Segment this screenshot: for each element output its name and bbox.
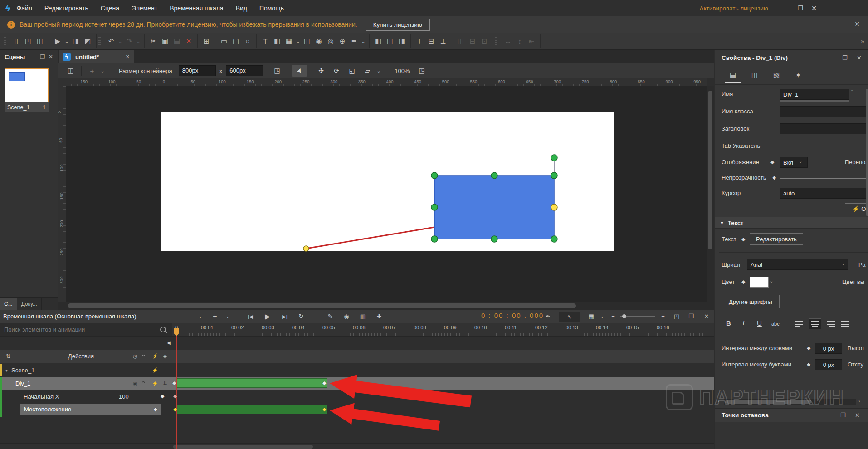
image-icon[interactable]: ▦ <box>283 34 295 48</box>
close-icon[interactable]: ✕ <box>857 54 862 61</box>
menu-2[interactable]: Сцена <box>101 5 119 12</box>
tab-styles-icon[interactable]: ▧ <box>769 69 784 82</box>
package-icon[interactable]: ◩ <box>82 34 93 48</box>
bolt-icon[interactable]: ⚡ <box>151 353 160 359</box>
collapse-icon[interactable]: ▾ <box>5 368 8 373</box>
tab-document[interactable]: Доку... <box>17 298 42 310</box>
record-icon[interactable]: ◉ <box>341 312 352 322</box>
font-select-arrow-icon[interactable]: ⌄ <box>841 261 845 266</box>
panel-scroll-left-icon[interactable]: ‹ <box>718 398 720 404</box>
keyframe-start[interactable]: ◆ <box>173 407 177 412</box>
italic-button[interactable]: I <box>742 319 745 327</box>
skew-tool[interactable]: ▱ <box>360 65 375 77</box>
animation-bar-div[interactable] <box>177 378 327 388</box>
scale-tool[interactable]: ◱ <box>344 65 360 77</box>
menu-4[interactable]: Временная шкала <box>170 5 223 12</box>
keyframe-diamond[interactable]: ◆ <box>161 394 164 399</box>
timeline-search[interactable]: Поиск элементов и анимации <box>0 323 172 337</box>
trial-close-icon[interactable]: ✕ <box>854 20 860 28</box>
track-row-div[interactable]: Div_1 ◉ ⚡ ⇊ ◆ ◆ <box>0 377 714 390</box>
snap-toggle[interactable]: ∿ <box>559 312 580 322</box>
track-row-scene[interactable]: ▾ Scene_1 ⚡ <box>0 364 714 376</box>
align-left-button[interactable] <box>793 318 806 329</box>
color-swatch-arrow-icon[interactable]: ⌄ <box>770 278 773 283</box>
scrollbar-thumb[interactable] <box>725 400 811 404</box>
rotation-handle[interactable] <box>551 155 557 161</box>
filter-animation-icon[interactable]: ▥ <box>357 312 368 322</box>
keyframe-diamond[interactable]: ◆ <box>154 407 157 412</box>
align-left-icon[interactable]: ◧ <box>372 34 384 48</box>
rounded-rectangle-icon[interactable]: ▢ <box>230 34 242 48</box>
motion-path-start-point[interactable] <box>303 246 309 251</box>
preview-arrow-icon[interactable]: ⌄ <box>63 34 70 48</box>
eye-icon[interactable]: ◉ <box>131 381 140 386</box>
rectangle-icon[interactable]: ▭ <box>218 34 230 48</box>
opacity-keyframe-diamond[interactable]: ◆ <box>772 175 776 181</box>
name-input[interactable]: Div_1 <box>780 89 849 100</box>
rotate-tool[interactable]: ⟳ <box>329 65 344 77</box>
new-file-icon[interactable]: ▯ <box>10 34 22 48</box>
align-right-icon[interactable]: ◨ <box>396 34 408 48</box>
align-center-button[interactable] <box>809 318 821 329</box>
scrollbar-thumb[interactable] <box>708 91 712 249</box>
select-tool[interactable]: ➤ <box>292 65 307 77</box>
menu-1[interactable]: Редактировать <box>44 5 88 12</box>
close-icon[interactable]: ✕ <box>701 312 712 322</box>
anchor-tool[interactable]: ✣ <box>313 65 329 77</box>
underline-button[interactable]: U <box>757 319 762 327</box>
display-select-arrow-icon[interactable]: ⌄ <box>799 159 802 164</box>
maximize-button[interactable]: ❐ <box>794 3 807 14</box>
track-row-initial-x[interactable]: Начальная X 100 ◆ ◆ <box>0 390 714 402</box>
delete-icon[interactable]: ✕ <box>183 34 195 48</box>
loop-icon[interactable]: ↻ <box>296 312 307 322</box>
timeline-zoom-slider-thumb[interactable] <box>622 314 626 318</box>
name-spinner-icon[interactable]: ˆ <box>851 90 853 95</box>
history-icon[interactable]: ◷ <box>131 353 140 359</box>
toolbar-overflow-icon[interactable]: » <box>861 37 864 45</box>
timeline-select-arrow-icon[interactable]: ⌄ <box>195 312 206 322</box>
image-arrow-icon[interactable]: ⌄ <box>295 34 301 48</box>
collapse-props-icon[interactable]: ⇊ <box>161 380 170 386</box>
bolt-icon[interactable]: ⚡ <box>151 381 160 386</box>
word-spacing-input[interactable]: 0 px <box>815 343 842 354</box>
tab-effects-icon[interactable]: ✶ <box>790 69 806 82</box>
freeform-arrow-icon[interactable]: ⌄ <box>360 34 366 48</box>
open-file-icon[interactable]: ◰ <box>22 34 34 48</box>
menu-0[interactable]: Файл <box>17 5 32 12</box>
menu-6[interactable]: Помощь <box>259 5 284 12</box>
popout-icon[interactable]: ❐ <box>842 54 848 61</box>
timeline-bottom-scrollbar[interactable] <box>0 443 714 449</box>
document-tab[interactable]: ϟ untitled* ✕ <box>59 50 134 63</box>
strikethrough-button[interactable]: abc <box>771 321 780 327</box>
color-swatch[interactable] <box>750 277 769 288</box>
align-justify-button[interactable] <box>839 318 852 329</box>
ellipse-icon[interactable]: ○ <box>242 34 254 48</box>
align-right-button[interactable] <box>824 318 837 329</box>
play-icon[interactable]: ▶ <box>262 312 273 322</box>
grid-icon[interactable]: ▦ <box>586 312 597 322</box>
toolbar-grip[interactable] <box>495 37 497 46</box>
zoom-level[interactable]: 100% <box>395 68 410 74</box>
scene-nav-icon[interactable]: ◫ <box>64 67 78 75</box>
tab-position-size-icon[interactable]: ◫ <box>747 69 762 82</box>
minimize-button[interactable]: — <box>780 3 794 14</box>
animation-bar-location[interactable] <box>177 405 327 414</box>
popout-icon[interactable]: ❐ <box>840 412 846 419</box>
menu-3[interactable]: Элемент <box>132 5 157 12</box>
more-fonts-button[interactable]: Другие шрифты <box>722 295 780 308</box>
align-bottom-icon[interactable]: ⊥ <box>437 34 449 48</box>
letter-spacing-input[interactable]: 0 px <box>815 359 842 370</box>
tab-general-icon[interactable]: ▤ <box>725 69 741 83</box>
copy-icon[interactable]: ▣ <box>159 34 171 48</box>
stage-canvas[interactable] <box>66 86 707 302</box>
collapse-arrow-icon[interactable]: ▼ <box>720 220 724 225</box>
collapse-left-pane-icon[interactable]: ◀ <box>167 340 171 345</box>
menu-5[interactable]: Вид <box>236 5 247 12</box>
font-select[interactable]: Arial <box>747 259 848 270</box>
close-button[interactable]: ✕ <box>807 3 821 14</box>
container-width-input[interactable]: 800px <box>179 65 216 76</box>
timeline-ruler[interactable]: 000:0100:0200:0300:0400:0500:0600:0700:0… <box>172 323 714 337</box>
bold-button[interactable]: B <box>726 319 731 327</box>
undo-icon[interactable]: ↶ <box>105 34 117 48</box>
group-icon[interactable]: ⊞ <box>200 34 212 48</box>
